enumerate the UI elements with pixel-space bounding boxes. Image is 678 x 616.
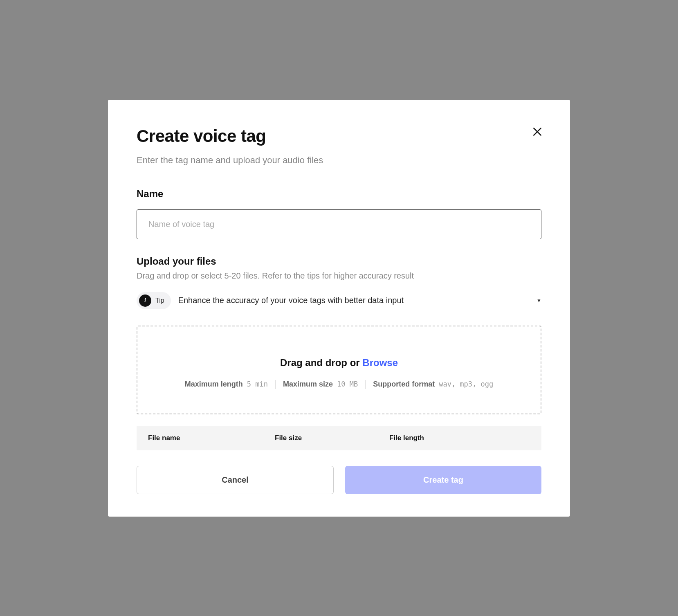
tip-text: Enhance the accuracy of your voice tags … [178,296,529,305]
dropzone-title: Drag and drop or Browse [146,357,532,369]
dropzone-prefix: Drag and drop or [280,357,362,368]
meta-max-length: Maximum length 5 min [185,380,268,389]
button-row: Cancel Create tag [137,466,541,494]
meta-format: Supported format wav, mp3, ogg [373,380,493,389]
tip-badge-label: Tip [155,297,164,304]
create-voice-tag-modal: Create voice tag Enter the tag name and … [108,100,570,517]
col-file-name: File name [148,434,267,442]
upload-hint: Drag and drop or select 5-20 files. Refe… [137,271,541,281]
close-icon [532,126,543,137]
info-icon: i [139,295,151,307]
file-table-header: File name File size File length [137,426,541,450]
modal-title: Create voice tag [137,126,541,146]
name-label: Name [137,188,541,200]
tip-badge: i Tip [137,292,171,309]
cancel-button[interactable]: Cancel [137,466,334,494]
browse-link[interactable]: Browse [362,357,398,368]
chevron-down-icon: ▼ [537,298,541,304]
meta-format-label: Supported format [373,380,435,389]
meta-format-value: wav, mp3, ogg [439,380,493,388]
col-file-size: File size [275,434,381,442]
meta-max-length-value: 5 min [247,380,268,388]
meta-max-length-label: Maximum length [185,380,243,389]
col-file-length: File length [389,434,530,442]
upload-label: Upload your files [137,256,541,267]
name-input[interactable] [137,209,541,239]
divider [365,380,366,389]
divider [275,380,276,389]
meta-max-size-label: Maximum size [283,380,333,389]
modal-subtitle: Enter the tag name and upload your audio… [137,155,541,166]
file-dropzone[interactable]: Drag and drop or Browse Maximum length 5… [137,326,541,414]
meta-max-size: Maximum size 10 MB [283,380,358,389]
create-tag-button[interactable]: Create tag [345,466,541,494]
close-button[interactable] [530,124,545,139]
dropzone-meta: Maximum length 5 min Maximum size 10 MB … [146,380,532,389]
tip-row[interactable]: i Tip Enhance the accuracy of your voice… [137,292,541,309]
meta-max-size-value: 10 MB [337,380,358,388]
